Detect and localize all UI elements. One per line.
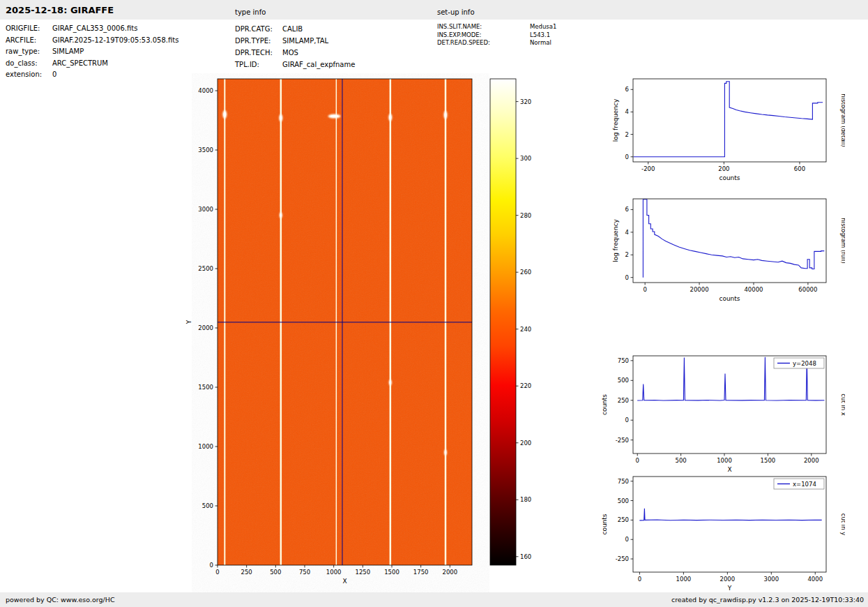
svg-text:600: 600 (794, 165, 805, 172)
svg-text:20000: 20000 (690, 286, 709, 293)
field-value: GIRAF_CAL353_0006.fits (52, 24, 137, 32)
field-label: DPR.TECH: (235, 47, 282, 59)
svg-text:0: 0 (625, 274, 629, 281)
svg-text:y=2048: y=2048 (793, 360, 816, 367)
svg-text:1750: 1750 (413, 569, 429, 576)
svg-text:counts: counts (601, 394, 608, 415)
file-info-row: do_class:ARC_SPECTRUM (6, 58, 178, 70)
svg-text:0: 0 (638, 576, 641, 583)
svg-text:log frequency: log frequency (612, 218, 619, 262)
svg-text:0: 0 (625, 417, 629, 424)
svg-text:cut in y: cut in y (840, 514, 845, 536)
type-info-row: DPR.TECH:MOS (235, 47, 355, 59)
file-info-row: extension:0 (6, 69, 178, 81)
setup-info-row: INS.EXP.MODE:L543.1 (437, 31, 556, 40)
field-label: DPR.TYPE: (235, 35, 282, 47)
svg-text:4000: 4000 (807, 576, 823, 583)
file-info-row: raw_type:SIMLAMP (6, 46, 178, 58)
svg-text:300: 300 (520, 155, 531, 162)
svg-text:750: 750 (618, 478, 629, 485)
svg-text:3500: 3500 (198, 147, 213, 153)
svg-text:counts: counts (719, 174, 740, 181)
svg-text:1500: 1500 (198, 384, 213, 391)
field-value: SIMLAMP (52, 47, 84, 55)
page-title: 2025-12-18: GIRAFFE (6, 5, 114, 15)
svg-text:histogram (detail): histogram (detail) (840, 93, 845, 147)
footer-powered-by: powered by QC: www.eso.org/HC (6, 596, 115, 604)
svg-text:0: 0 (625, 153, 629, 160)
svg-text:2500: 2500 (198, 265, 213, 272)
svg-text:-200: -200 (641, 165, 655, 172)
field-label: ARCFILE: (6, 35, 52, 47)
colorbar: 160180200220240260280300320 (482, 73, 544, 597)
svg-text:2000: 2000 (804, 457, 819, 464)
field-label: DET.READ.SPEED: (437, 39, 530, 47)
type-info-row: DPR.CATG:CALIB (235, 23, 355, 35)
svg-text:500: 500 (202, 502, 213, 509)
svg-text:500: 500 (676, 457, 687, 464)
svg-text:4: 4 (625, 108, 629, 115)
svg-text:2000: 2000 (443, 569, 458, 576)
svg-text:Y: Y (727, 585, 732, 592)
svg-text:750: 750 (299, 569, 310, 576)
svg-text:counts: counts (719, 295, 740, 302)
svg-text:750: 750 (618, 357, 629, 364)
svg-text:220: 220 (520, 382, 531, 389)
svg-text:500: 500 (270, 569, 281, 576)
svg-text:0: 0 (210, 562, 213, 569)
field-label: ORIGFILE: (6, 23, 52, 35)
field-value: GIRAF_cal_expfname (282, 61, 355, 68)
svg-text:250: 250 (241, 569, 252, 576)
svg-text:500: 500 (618, 377, 629, 384)
field-label: do_class: (6, 58, 52, 70)
svg-text:250: 250 (618, 516, 629, 523)
cut-in-x-plot: 0500100015002000-2500250500750Xcountscut… (600, 350, 845, 473)
svg-text:counts: counts (601, 514, 608, 534)
svg-text:60000: 60000 (798, 286, 817, 293)
file-info-row: ARCFILE:GIRAF.2025-12-19T09:05:53.058.fi… (6, 35, 178, 47)
svg-text:180: 180 (520, 496, 531, 503)
type-info-row: DPR.TYPE:SIMLAMP,TAL (235, 35, 355, 47)
svg-text:1500: 1500 (384, 569, 399, 576)
svg-text:1000: 1000 (326, 569, 342, 576)
file-info-list: ORIGFILE:GIRAF_CAL353_0006.fits ARCFILE:… (6, 23, 178, 81)
svg-text:1500: 1500 (761, 457, 776, 464)
svg-text:200: 200 (520, 440, 531, 447)
svg-text:4: 4 (625, 229, 629, 236)
svg-text:3000: 3000 (198, 206, 213, 213)
svg-text:320: 320 (520, 98, 531, 105)
field-label: INS.SLIT.NAME: (437, 23, 530, 31)
svg-text:160: 160 (520, 553, 531, 560)
histogram-full-plot: 02000040000600000246countslog frequencyh… (600, 193, 845, 313)
svg-text:0: 0 (215, 569, 219, 576)
field-value: 0 (52, 70, 56, 78)
field-label: TPL.ID: (235, 59, 282, 70)
svg-text:240: 240 (520, 326, 531, 333)
svg-text:Y: Y (185, 320, 192, 324)
svg-text:3000: 3000 (763, 576, 779, 583)
svg-text:250: 250 (618, 397, 629, 404)
svg-text:histogram (full): histogram (full) (840, 218, 845, 264)
setup-info-row: DET.READ.SPEED:Normal (437, 39, 556, 47)
svg-text:0: 0 (636, 457, 639, 464)
field-label: DPR.CATG: (235, 23, 282, 35)
svg-text:2000: 2000 (198, 324, 213, 331)
field-value: CALIB (282, 25, 303, 33)
svg-text:x=1074: x=1074 (793, 481, 816, 488)
svg-text:6: 6 (625, 86, 629, 93)
svg-text:2000: 2000 (720, 576, 736, 583)
svg-text:0: 0 (643, 286, 646, 293)
qc-report-page: 2025-12-18: GIRAFFE type info set-up inf… (0, 0, 868, 607)
svg-text:log frequency: log frequency (612, 98, 619, 142)
field-label: raw_type: (6, 46, 52, 58)
type-info-heading: type info (235, 8, 266, 16)
field-value: ARC_SPECTRUM (52, 59, 108, 67)
footer-bar: powered by QC: www.eso.org/HC created by… (0, 592, 868, 607)
setup-info-heading: set-up info (437, 8, 475, 16)
setup-info-row: INS.SLIT.NAME:Medusa1 (437, 23, 556, 31)
svg-text:2: 2 (625, 251, 629, 258)
setup-info-list: INS.SLIT.NAME:Medusa1 INS.EXP.MODE:L543.… (437, 23, 556, 47)
raw-image-plot: 0250500750100012501500175020000500100015… (167, 73, 489, 597)
svg-text:4000: 4000 (198, 87, 213, 94)
svg-text:cut in x: cut in x (840, 394, 845, 416)
